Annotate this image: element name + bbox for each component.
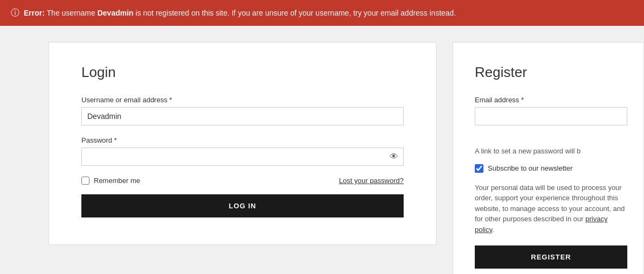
remember-left: Remember me — [81, 177, 140, 185]
newsletter-checkbox[interactable] — [475, 164, 483, 173]
register-title: Register — [475, 64, 627, 81]
register-email-label: Email address * — [475, 96, 627, 104]
register-button[interactable]: REGISTER — [475, 245, 627, 269]
remember-checkbox[interactable] — [81, 177, 89, 185]
error-text: The username Devadmin is not registered … — [47, 9, 456, 17]
newsletter-label: Subscribe to our newsletter — [488, 164, 573, 172]
login-card: Login Username or email address * Passwo… — [49, 42, 437, 245]
error-banner: ⓘ Error: The username Devadmin is not re… — [0, 0, 644, 26]
register-email-input[interactable] — [475, 107, 627, 125]
password-wrapper: 👁 — [81, 147, 404, 166]
privacy-policy-link[interactable]: privacy policy — [475, 215, 607, 234]
newsletter-row: Subscribe to our newsletter — [475, 164, 627, 173]
error-prefix: Error: — [24, 9, 45, 17]
password-group: Password * 👁 — [81, 136, 404, 166]
login-button[interactable]: LOG IN — [81, 194, 404, 217]
remember-label: Remember me — [94, 177, 140, 185]
privacy-text: Your personal data will be used to proce… — [475, 182, 627, 235]
login-title: Login — [81, 64, 404, 81]
register-email-group: Email address * — [475, 96, 627, 135]
register-section: Register Email address * A link to set a… — [453, 42, 644, 274]
error-icon: ⓘ — [11, 6, 19, 19]
login-section: Login Username or email address * Passwo… — [49, 42, 437, 274]
username-label: Username or email address * — [81, 96, 404, 104]
error-detail: is not registered on this site. If you a… — [136, 9, 456, 17]
toggle-password-icon[interactable]: 👁 — [390, 152, 398, 161]
register-card: Register Email address * A link to set a… — [453, 42, 644, 274]
username-group: Username or email address * — [81, 96, 404, 125]
password-input[interactable] — [81, 147, 404, 166]
lost-password-link[interactable]: Lost your password? — [339, 177, 404, 185]
password-label: Password * — [81, 136, 404, 144]
error-username: Devadmin — [98, 9, 134, 17]
username-input[interactable] — [81, 107, 404, 125]
main-content: Login Username or email address * Passwo… — [0, 26, 644, 274]
error-message: Error: The username Devadmin is not regi… — [24, 8, 456, 19]
link-info-text: A link to set a new password will b — [475, 147, 581, 155]
remember-row: Remember me Lost your password? — [81, 177, 404, 185]
register-info-text: A link to set a new password will b — [475, 146, 627, 157]
